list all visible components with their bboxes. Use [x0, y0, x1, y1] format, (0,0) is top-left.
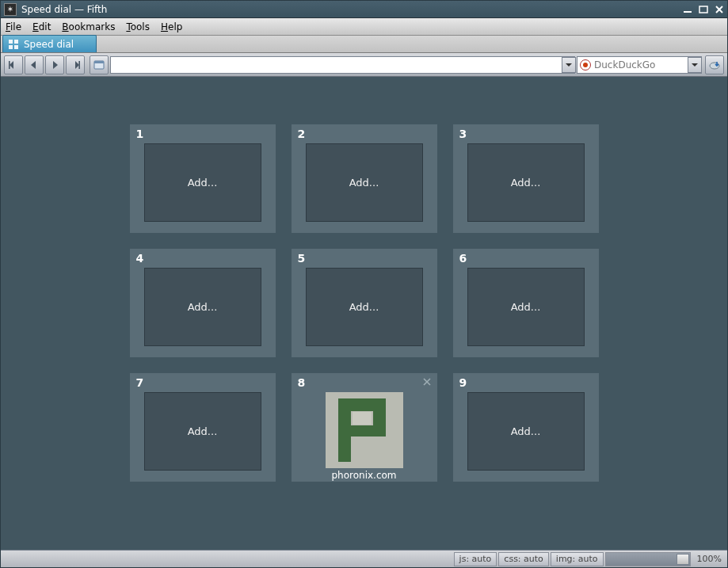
dial-tile-3[interactable]: 3 Add...	[453, 124, 599, 233]
svg-rect-5	[14, 40, 18, 44]
menu-bookmarks[interactable]: Bookmarks	[62, 21, 115, 32]
dial-thumbnail	[326, 392, 403, 468]
url-bar[interactable]	[110, 56, 575, 74]
svg-line-2	[716, 6, 722, 13]
nav-toolbar: DuckDuckGo	[1, 53, 727, 77]
status-js[interactable]: js: auto	[454, 552, 497, 566]
app-icon	[4, 3, 17, 16]
zoom-slider-thumb[interactable]	[677, 554, 689, 565]
tab-strip: Speed dial	[1, 36, 727, 53]
svg-rect-4	[9, 40, 13, 44]
dial-tile-8[interactable]: 8 phoronix.com	[292, 373, 437, 482]
dial-add-label: Add...	[188, 177, 218, 189]
url-input[interactable]	[111, 57, 562, 73]
dial-number: 8	[298, 376, 306, 389]
status-css[interactable]: css: auto	[498, 552, 548, 566]
dial-add-label: Add...	[188, 301, 218, 313]
dial-thumbnail-wrap	[298, 392, 431, 468]
svg-rect-6	[9, 45, 13, 49]
menu-help[interactable]: Help	[161, 21, 182, 32]
tab-speed-dial[interactable]: Speed dial	[2, 35, 97, 52]
svg-rect-19	[338, 425, 386, 436]
dial-caption: phoronix.com	[298, 470, 431, 481]
content-area: 1 Add... 2 Add... 3 Add... 4 Add... 5	[1, 77, 727, 550]
dial-add-label: Add...	[511, 425, 541, 437]
dial-add-label: Add...	[511, 301, 541, 313]
menu-edit[interactable]: Edit	[32, 21, 51, 32]
dial-add-label: Add...	[349, 177, 379, 189]
dial-add-label: Add...	[349, 301, 379, 313]
dial-inner: Add...	[144, 268, 261, 346]
dial-inner: Add...	[467, 268, 585, 346]
dial-tile-2[interactable]: 2 Add...	[292, 124, 437, 233]
dial-tile-6[interactable]: 6 Add...	[453, 249, 599, 357]
back-all-button[interactable]	[4, 55, 23, 74]
search-engine-label: DuckDuckGo	[594, 59, 688, 71]
close-button[interactable]	[711, 2, 727, 17]
duckduckgo-icon	[580, 59, 591, 71]
dial-inner: Add...	[306, 268, 423, 346]
url-bar-wrap	[110, 56, 575, 74]
search-engine-dropdown[interactable]	[688, 57, 702, 73]
svg-rect-7	[14, 45, 18, 49]
forward-all-button[interactable]	[66, 55, 85, 74]
dial-tile-1[interactable]: 1 Add...	[130, 124, 276, 233]
dial-inner: Add...	[467, 392, 585, 471]
status-bar: js: auto css: auto img: auto 100%	[1, 550, 727, 567]
dial-tile-4[interactable]: 4 Add...	[130, 249, 276, 357]
search-engine-box[interactable]: DuckDuckGo	[577, 56, 702, 74]
minimize-button[interactable]	[680, 2, 696, 17]
menu-bar: File Edit Bookmarks Tools Help	[1, 18, 727, 36]
svg-line-3	[716, 6, 722, 13]
dial-number: 2	[298, 128, 306, 140]
dial-number: 6	[459, 252, 467, 265]
reload-button[interactable]	[90, 55, 109, 74]
dial-number: 3	[459, 128, 467, 140]
dial-add-label: Add...	[511, 177, 541, 189]
back-button[interactable]	[25, 55, 44, 74]
dial-inner: Add...	[144, 392, 261, 471]
dial-number: 7	[136, 376, 144, 389]
dial-tile-close[interactable]	[421, 376, 433, 387]
svg-rect-8	[9, 61, 10, 69]
status-img[interactable]: img: auto	[551, 552, 604, 566]
maximize-button[interactable]	[696, 2, 711, 17]
dial-inner: Add...	[467, 143, 585, 222]
dial-number: 1	[136, 128, 144, 140]
url-history-dropdown[interactable]	[562, 57, 576, 73]
zoom-label: 100%	[692, 554, 725, 564]
speed-dial-grid: 1 Add... 2 Add... 3 Add... 4 Add... 5	[130, 124, 599, 482]
dial-inner: Add...	[144, 143, 261, 222]
svg-rect-1	[699, 6, 707, 13]
dial-tile-9[interactable]: 9 Add...	[453, 373, 599, 482]
title-bar: Speed dial — Fifth	[1, 1, 727, 18]
tab-label: Speed dial	[24, 39, 74, 50]
svg-rect-9	[78, 61, 80, 69]
downloads-button[interactable]	[705, 55, 724, 74]
window-title: Speed dial — Fifth	[21, 4, 680, 15]
dial-tile-5[interactable]: 5 Add...	[292, 249, 437, 357]
svg-rect-20	[353, 412, 372, 425]
zoom-slider[interactable]	[605, 552, 691, 566]
svg-rect-11	[94, 61, 104, 63]
dial-tile-7[interactable]: 7 Add...	[130, 373, 276, 482]
svg-rect-0	[684, 11, 692, 13]
dial-number: 4	[136, 252, 144, 265]
menu-file[interactable]: File	[6, 21, 21, 32]
dial-number: 9	[459, 376, 467, 389]
dial-inner: Add...	[306, 143, 423, 222]
dial-add-label: Add...	[188, 425, 218, 437]
svg-point-12	[710, 63, 719, 69]
dial-number: 5	[298, 252, 306, 265]
menu-tools[interactable]: Tools	[126, 21, 150, 32]
forward-button[interactable]	[45, 55, 64, 74]
speed-dial-icon	[8, 39, 19, 50]
